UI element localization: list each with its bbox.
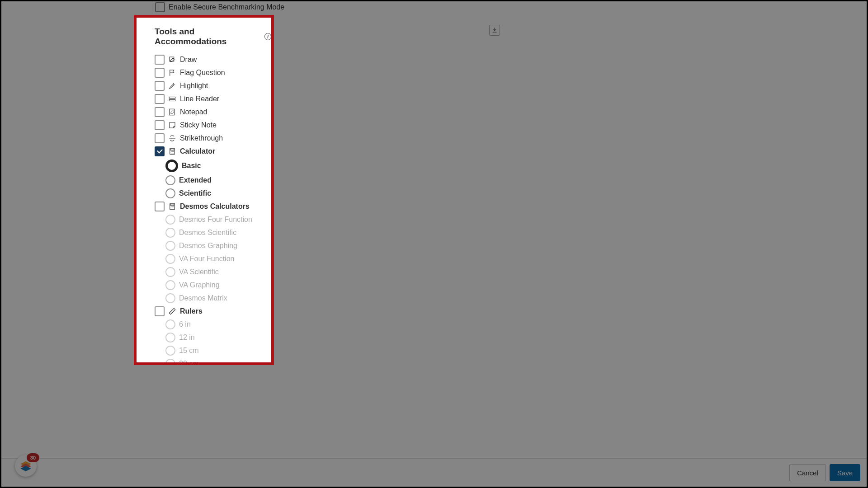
calculator-label: Calculator — [180, 147, 215, 155]
va-scientific: VA Scientific — [137, 265, 271, 278]
strikethrough-checkbox[interactable] — [155, 133, 165, 143]
tool-desmos-calculators[interactable]: Desmos Calculators — [137, 200, 271, 213]
svg-rect-4 — [169, 99, 175, 101]
desmos-matrix: Desmos Matrix — [137, 291, 271, 305]
ruler-30cm: 30 cm — [137, 357, 271, 362]
draw-checkbox[interactable] — [155, 55, 165, 65]
notepad-label: Notepad — [180, 108, 208, 116]
ruler-icon — [168, 307, 176, 315]
svg-point-13 — [173, 153, 174, 154]
flag-label: Flag Question — [180, 69, 225, 77]
desmos-checkbox[interactable] — [155, 202, 165, 211]
highlight-checkbox[interactable] — [155, 81, 165, 91]
svg-rect-3 — [169, 97, 175, 98]
desmos-graphing-radio — [165, 241, 175, 251]
svg-point-10 — [173, 151, 174, 152]
download-icon — [491, 27, 498, 33]
va-scientific-radio — [165, 267, 175, 277]
dialog-footer: Cancel Save — [1, 458, 867, 487]
strikethrough-label: Strikethrough — [180, 134, 223, 142]
svg-point-9 — [172, 151, 173, 152]
line-reader-icon — [168, 95, 176, 103]
svg-point-17 — [172, 206, 173, 207]
ruler-6in-radio — [165, 319, 175, 329]
enable-secure-benchmarking-checkbox[interactable] — [155, 2, 165, 12]
ruler-12in-radio — [165, 333, 175, 343]
strikethrough-icon — [168, 134, 176, 142]
calc-extended-label: Extended — [179, 176, 212, 184]
ruler-6in: 6 in — [137, 318, 271, 331]
tool-rulers[interactable]: Rulers — [137, 305, 271, 318]
desmos-label: Desmos Calculators — [180, 202, 250, 211]
desmos-graphing: Desmos Graphing — [137, 239, 271, 252]
desmos-matrix-radio — [165, 293, 175, 303]
tool-notepad[interactable]: Notepad — [137, 105, 271, 118]
sticky-note-icon — [168, 121, 176, 129]
tools-accommodations-panel: Tools and Accommodations i Draw Flag — [134, 15, 274, 365]
notepad-icon — [168, 108, 176, 116]
svg-point-16 — [171, 206, 172, 207]
panel-title: Tools and Accommodations i — [137, 27, 271, 53]
desmos-four-function: Desmos Four Function — [137, 213, 271, 226]
highlight-label: Highlight — [180, 82, 208, 90]
help-floating-button[interactable]: 30 — [15, 455, 37, 477]
ruler-12in: 12 in — [137, 331, 271, 344]
svg-rect-5 — [170, 109, 175, 115]
calc-basic[interactable]: Basic — [137, 158, 271, 174]
va-four-function-radio — [165, 254, 175, 264]
rulers-checkbox[interactable] — [155, 306, 165, 316]
calc-basic-radio[interactable] — [165, 160, 178, 172]
calc-scientific-radio[interactable] — [165, 188, 175, 198]
sticky-note-checkbox[interactable] — [155, 120, 165, 130]
tool-strikethrough[interactable]: Strikethrough — [137, 131, 271, 145]
sticky-note-label: Sticky Note — [180, 121, 217, 129]
enable-secure-benchmarking-row: Enable Secure Benchmarking Mode — [155, 2, 284, 12]
svg-point-11 — [171, 153, 172, 154]
calculator-checkbox[interactable] — [155, 146, 165, 156]
save-button[interactable]: Save — [830, 464, 860, 481]
svg-rect-7 — [170, 149, 174, 150]
tool-draw[interactable]: Draw — [137, 53, 271, 66]
calc-extended[interactable]: Extended — [137, 174, 271, 187]
calculator-icon — [168, 147, 176, 155]
ruler-30cm-radio — [165, 359, 175, 363]
ruler-15cm-radio — [165, 346, 175, 356]
tool-flag-question[interactable]: Flag Question — [137, 66, 271, 79]
notepad-checkbox[interactable] — [155, 107, 165, 117]
draw-label: Draw — [180, 56, 197, 64]
svg-point-12 — [172, 153, 173, 154]
tool-highlight[interactable]: Highlight — [137, 79, 271, 92]
desmos-four-function-radio — [165, 215, 175, 225]
desmos-scientific-radio — [165, 228, 175, 238]
calculator-icon — [168, 202, 176, 211]
calc-scientific[interactable]: Scientific — [137, 187, 271, 200]
download-icon-button[interactable] — [489, 25, 500, 36]
svg-rect-15 — [170, 204, 174, 205]
svg-point-18 — [173, 206, 174, 207]
cancel-button[interactable]: Cancel — [789, 464, 826, 481]
calc-basic-label: Basic — [182, 162, 201, 170]
tool-line-reader[interactable]: Line Reader — [137, 92, 271, 105]
svg-point-8 — [171, 151, 172, 152]
ruler-15cm: 15 cm — [137, 344, 271, 357]
info-icon[interactable]: i — [264, 33, 271, 40]
calc-scientific-label: Scientific — [179, 189, 211, 197]
calc-extended-radio[interactable] — [165, 175, 175, 185]
draw-icon — [168, 56, 176, 64]
enable-secure-benchmarking-label: Enable Secure Benchmarking Mode — [169, 3, 284, 11]
tool-calculator[interactable]: Calculator — [137, 145, 271, 158]
line-reader-label: Line Reader — [180, 95, 219, 103]
va-graphing: VA Graphing — [137, 278, 271, 291]
help-badge: 30 — [27, 453, 39, 462]
desmos-scientific: Desmos Scientific — [137, 226, 271, 239]
line-reader-checkbox[interactable] — [155, 94, 165, 104]
rulers-label: Rulers — [180, 307, 203, 315]
flag-checkbox[interactable] — [155, 68, 165, 78]
va-graphing-radio — [165, 280, 175, 290]
highlight-icon — [168, 82, 176, 90]
va-four-function: VA Four Function — [137, 252, 271, 265]
tool-sticky-note[interactable]: Sticky Note — [137, 118, 271, 131]
flag-icon — [168, 69, 176, 77]
